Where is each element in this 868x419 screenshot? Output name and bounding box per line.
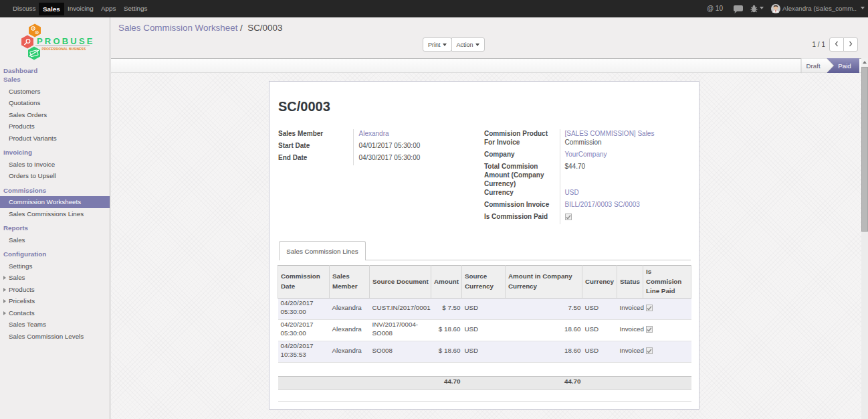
svg-text:PROFESSIONAL BUSINESS: PROFESSIONAL BUSINESS	[42, 48, 86, 51]
svg-text:PROBUSE: PROBUSE	[37, 36, 95, 46]
svg-text:Paid: Paid	[838, 62, 851, 70]
svg-text:Draft: Draft	[806, 62, 821, 70]
